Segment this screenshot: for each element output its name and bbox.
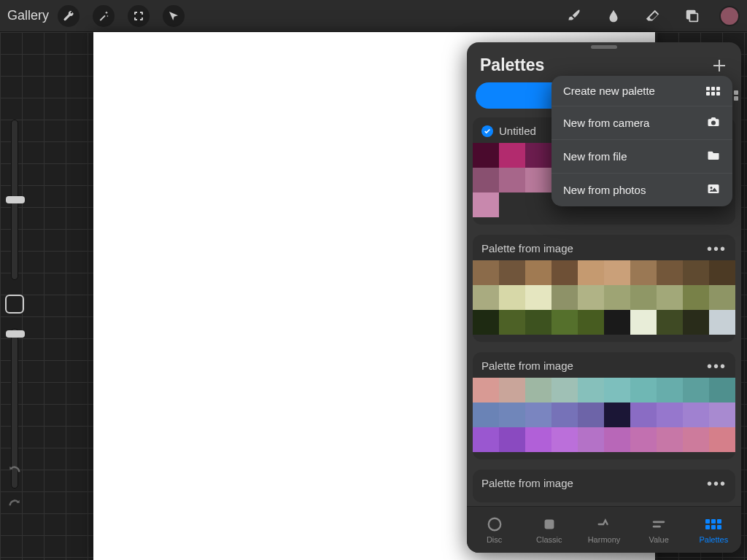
swatch[interactable] (525, 310, 551, 335)
swatch[interactable] (630, 260, 657, 285)
swatch[interactable] (499, 168, 525, 192)
swatch[interactable] (525, 378, 551, 402)
swatch[interactable] (604, 427, 630, 452)
swatch[interactable] (551, 285, 578, 310)
swatch[interactable] (499, 402, 525, 427)
swatch[interactable] (525, 168, 551, 192)
swatch[interactable] (604, 285, 630, 310)
swatch[interactable] (683, 402, 709, 427)
swatch[interactable] (473, 192, 499, 217)
eraser-button[interactable] (640, 4, 665, 28)
tab-value[interactable]: Value (635, 516, 682, 544)
swatch[interactable] (604, 310, 630, 335)
swatch[interactable] (499, 260, 525, 285)
palette-name[interactable]: Palette from image (481, 359, 573, 372)
slider-thumb[interactable] (6, 330, 25, 338)
palette-name[interactable]: Untitled (481, 125, 536, 137)
tab-palettes[interactable]: Palettes (690, 516, 737, 544)
undo-button[interactable] (4, 462, 25, 483)
swatch[interactable] (604, 402, 630, 427)
swatch[interactable] (657, 402, 683, 427)
swatch[interactable] (525, 402, 551, 427)
swatch[interactable] (551, 427, 578, 452)
palette-name[interactable]: Palette from image (481, 477, 573, 489)
swatch[interactable] (657, 260, 683, 285)
gallery-button[interactable]: Gallery (7, 8, 49, 23)
menu-item[interactable]: New from photos (551, 173, 732, 206)
swatch[interactable] (578, 427, 604, 452)
layers-button[interactable] (680, 4, 705, 28)
swatch[interactable] (525, 427, 551, 452)
swatch[interactable] (657, 427, 683, 452)
color-button[interactable] (719, 6, 740, 26)
swatch[interactable] (683, 260, 709, 285)
brush-button[interactable] (562, 4, 587, 28)
swatch[interactable] (709, 285, 735, 310)
swatch[interactable] (709, 260, 735, 285)
swatch[interactable] (630, 427, 657, 452)
swatch[interactable] (551, 402, 578, 427)
tab-classic[interactable]: Classic (526, 516, 573, 544)
swatch[interactable] (499, 427, 525, 452)
swatch[interactable] (604, 378, 630, 402)
swatch[interactable] (473, 310, 499, 335)
swatch[interactable] (683, 378, 709, 402)
swatch[interactable] (525, 285, 551, 310)
redo-button[interactable] (4, 496, 25, 516)
swatch[interactable] (683, 310, 709, 335)
swatch[interactable] (578, 260, 604, 285)
tab-harmony[interactable]: Harmony (581, 516, 627, 544)
palette-more-button[interactable]: ••• (707, 481, 727, 486)
swatch[interactable] (709, 378, 735, 402)
swatch[interactable] (551, 378, 578, 402)
smudge-button[interactable] (601, 4, 626, 28)
swatch[interactable] (709, 427, 735, 452)
swatch[interactable] (630, 402, 657, 427)
swatch[interactable] (578, 285, 604, 310)
swatch[interactable] (499, 285, 525, 310)
swatch[interactable] (525, 143, 551, 168)
swatch[interactable] (657, 378, 683, 402)
add-palette-button[interactable] (711, 57, 728, 74)
swatch[interactable] (499, 310, 525, 335)
swatch[interactable] (630, 310, 657, 335)
menu-item[interactable]: Create new palette (551, 76, 732, 106)
palette-more-button[interactable]: ••• (707, 246, 727, 252)
swatch[interactable] (657, 285, 683, 310)
swatch[interactable] (551, 310, 578, 335)
swatch[interactable] (473, 143, 499, 168)
actions-button[interactable] (58, 5, 80, 27)
swatch[interactable] (630, 285, 657, 310)
swatch[interactable] (683, 427, 709, 452)
swatch[interactable] (473, 168, 499, 192)
swatch[interactable] (630, 378, 657, 402)
transform-button[interactable] (163, 5, 185, 27)
palette-more-button[interactable]: ••• (707, 363, 727, 369)
swatch[interactable] (473, 427, 499, 452)
swatch[interactable] (551, 260, 578, 285)
swatch[interactable] (473, 402, 499, 427)
drag-handle[interactable] (591, 45, 617, 49)
palette-name[interactable]: Palette from image (481, 242, 573, 254)
swatch[interactable] (683, 285, 709, 310)
modify-button[interactable] (5, 295, 24, 314)
swatch[interactable] (604, 260, 630, 285)
swatch[interactable] (473, 285, 499, 310)
selection-button[interactable] (128, 5, 150, 27)
swatch[interactable] (525, 260, 551, 285)
swatch[interactable] (578, 402, 604, 427)
tab-disc[interactable]: Disc (471, 516, 518, 544)
swatch[interactable] (709, 402, 735, 427)
menu-item[interactable]: New from file (551, 139, 732, 173)
swatch[interactable] (473, 378, 499, 402)
adjustments-button[interactable] (93, 5, 115, 27)
swatch[interactable] (578, 310, 604, 335)
swatch[interactable] (473, 260, 499, 285)
swatch[interactable] (499, 378, 525, 402)
swatch[interactable] (499, 143, 525, 168)
menu-item[interactable]: New from camera (551, 106, 732, 139)
swatch[interactable] (657, 310, 683, 335)
swatch[interactable] (578, 378, 604, 402)
brush-size-slider[interactable] (11, 120, 18, 280)
slider-thumb[interactable] (6, 196, 25, 203)
